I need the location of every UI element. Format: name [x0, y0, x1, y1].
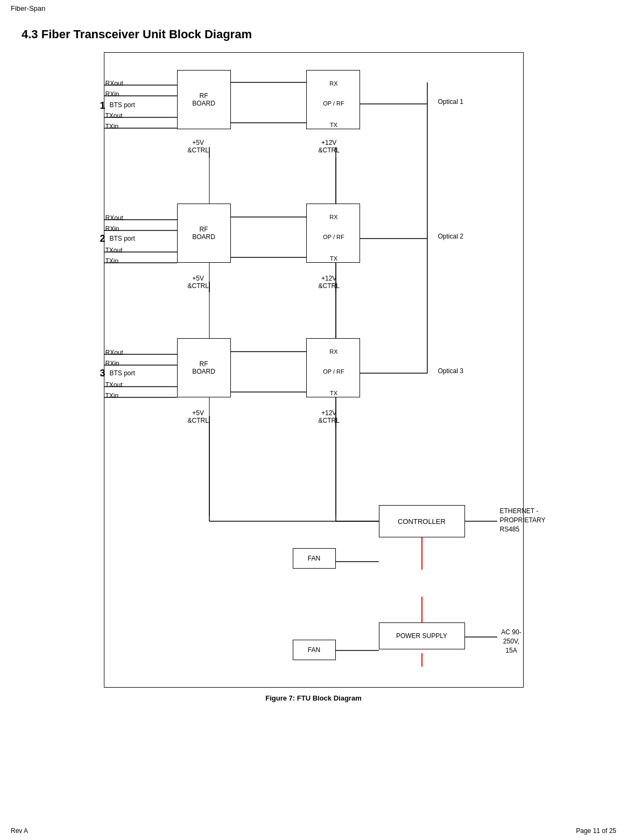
- diagram-area: RXout RXin 1 BTS port TXout TXin RFBOARD…: [0, 47, 627, 708]
- bts2-12v-ctrl: +12V&CTRL: [319, 275, 340, 290]
- bts1-number: 1: [100, 100, 105, 111]
- bts1-5v-ctrl: +5V&CTRL: [188, 139, 209, 154]
- bts3-rxin-label: RXin: [105, 360, 119, 367]
- figure-caption: Figure 7: FTU Block Diagram: [104, 694, 524, 702]
- footer: Rev A Page 11 of 25: [0, 822, 627, 840]
- bts1-txin-label: TXin: [105, 123, 119, 130]
- optical-box-3: RX OP / RF TX: [306, 338, 360, 397]
- bts2-number: 2: [100, 233, 105, 244]
- optical3-label: Optical 3: [438, 367, 463, 375]
- footer-left: Rev A: [11, 827, 28, 835]
- bts1-12v-ctrl: +12V&CTRL: [319, 139, 340, 154]
- bts1-txout-label: TXout: [105, 112, 123, 120]
- bts1-rxin-label: RXin: [105, 90, 119, 98]
- svg-text:OP / RF: OP / RF: [323, 368, 344, 375]
- bts3-port-label: BTS port: [110, 369, 135, 377]
- bts3-12v-ctrl: +12V&CTRL: [319, 409, 340, 424]
- optical2-label: Optical 2: [438, 233, 463, 240]
- block-diagram: RXout RXin 1 BTS port TXout TXin RFBOARD…: [104, 52, 524, 688]
- svg-text:RX: RX: [329, 80, 338, 87]
- footer-right: Page 11 of 25: [576, 827, 616, 835]
- svg-text:RX: RX: [329, 214, 338, 220]
- bts3-5v-ctrl: +5V&CTRL: [188, 409, 209, 424]
- bts2-txin-label: TXin: [105, 257, 119, 265]
- optical1-label: Optical 1: [438, 98, 463, 106]
- optical-box-2: RX OP / RF TX: [306, 204, 360, 263]
- bts1-rxout-label: RXout: [105, 80, 123, 87]
- rf-board-3: RFBOARD: [177, 338, 231, 397]
- power-supply-box: POWER SUPPLY: [379, 622, 465, 649]
- bts2-5v-ctrl: +5V&CTRL: [188, 275, 209, 290]
- header: Fiber-Span: [0, 0, 627, 17]
- rf-board-2: RFBOARD: [177, 204, 231, 263]
- optical-box-1: RX OP / RF TX: [306, 70, 360, 129]
- svg-text:TX: TX: [329, 255, 337, 262]
- fan2-box: FAN: [293, 640, 336, 660]
- bts3-txin-label: TXin: [105, 392, 119, 400]
- svg-text:RX: RX: [329, 348, 338, 355]
- bts2-port-label: BTS port: [110, 235, 135, 242]
- svg-text:TX: TX: [329, 390, 337, 396]
- bts3-txout-label: TXout: [105, 381, 123, 389]
- ethernet-label: ETHERNET -PROPRIETARYRS485: [500, 507, 546, 534]
- bts1-port-label: BTS port: [110, 101, 135, 109]
- fan1-box: FAN: [293, 548, 336, 569]
- page-title: 4.3 Fiber Transceiver Unit Block Diagram: [0, 17, 627, 47]
- svg-text:TX: TX: [329, 122, 337, 128]
- svg-text:OP / RF: OP / RF: [323, 100, 344, 107]
- rf-board-1: RFBOARD: [177, 70, 231, 129]
- company-name: Fiber-Span: [11, 4, 45, 12]
- controller-box: CONTROLLER: [379, 505, 465, 537]
- bts2-rxin-label: RXin: [105, 225, 119, 233]
- svg-text:OP / RF: OP / RF: [323, 234, 344, 240]
- bts2-txout-label: TXout: [105, 247, 123, 254]
- bts2-rxout-label: RXout: [105, 214, 123, 222]
- bts3-number: 3: [100, 368, 105, 379]
- ac-label: AC 90-250V,15A: [500, 628, 523, 655]
- bts3-rxout-label: RXout: [105, 349, 123, 356]
